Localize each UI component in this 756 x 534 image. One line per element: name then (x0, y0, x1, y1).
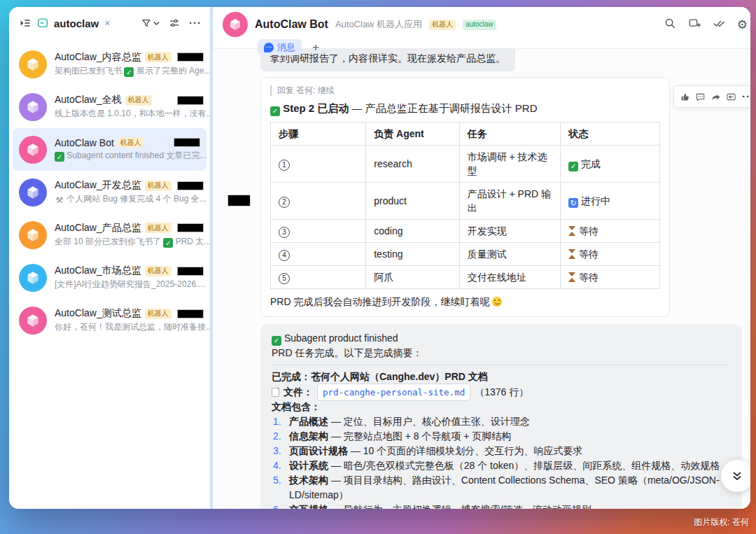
chat-avatar-cube-icon (223, 12, 248, 37)
message-bubble-icon (264, 43, 274, 52)
tab-messages[interactable]: 消息 (258, 39, 302, 55)
forward-button[interactable] (708, 89, 723, 104)
list-item: 3.页面设计规格 — 10 个页面的详细模块划分、交互行为、响应式要求 (272, 444, 731, 458)
cube-avatar (19, 178, 47, 206)
chat-name: AutoClaw_开发总监 (55, 179, 141, 192)
redacted-timestamp (174, 138, 200, 147)
chat-preview: 架构图已发到飞书 展示了完整的 Age... (55, 66, 211, 76)
bot-tag: 机器人 (118, 137, 144, 148)
hourglass-icon (568, 249, 576, 259)
chat-list-item-product-director[interactable]: AutoClaw_产品总监机器人 全部 10 部分已发到你飞书了 PRD 太..… (9, 213, 210, 256)
chat-name: AutoClaw_产品总监 (55, 222, 141, 234)
chat-preview: 你好，苍何！我是测试总监，随时准备接... (55, 322, 213, 332)
hourglass-icon (568, 226, 576, 236)
file-link[interactable]: prd-canghe-personal-site.md (317, 384, 470, 401)
status-cell: 完成 (561, 146, 660, 183)
more-actions-button[interactable]: ·· (738, 89, 750, 104)
chat-header: AutoClaw Bot AutoClaw 机器人应用 机器人 autoclaw… (213, 7, 750, 49)
check-icon (270, 106, 280, 116)
search-icon[interactable] (664, 17, 676, 32)
scroll-to-bottom-button[interactable] (721, 460, 750, 492)
table-row: 4 testing 质量测试 等待 (271, 243, 660, 266)
chat-subtitle: AutoClaw 机器人应用 (335, 18, 422, 31)
summary-intro: PRD 任务完成。以下是完成摘要： (272, 346, 731, 360)
redacted-timestamp (177, 267, 204, 276)
open-in-window-icon[interactable] (688, 17, 701, 32)
clear-filter-button[interactable]: × (104, 17, 110, 29)
gear-icon[interactable]: ⚙ (737, 19, 748, 31)
document-contents-list: 1.产品概述 — 定位、目标用户、核心价值主张、设计理念 2.信息架构 — 完整… (272, 414, 731, 509)
task-cell: 市场调研 + 技术选型 (459, 146, 561, 183)
check-icon (55, 152, 64, 160)
step-title: Step 2 已启动 — 产品总监正在基于调研报告设计 PRD (270, 101, 660, 116)
chat-list: AutoClaw_内容总监机器人 架构图已发到飞书 展示了完整的 Age... … (9, 39, 210, 342)
display-settings-button[interactable] (169, 17, 180, 29)
chat-list-item-dev-director[interactable]: AutoClaw_开发总监机器人 个人网站 Bug 修复完成 4 个 Bug 全… (9, 171, 210, 213)
cube-avatar (19, 50, 47, 78)
cube-avatar (19, 136, 47, 164)
status-cell: 等待 (561, 243, 660, 266)
step-number: 3 (279, 227, 290, 238)
in-progress-icon (568, 198, 578, 208)
reply-quote[interactable]: 回复 苍何: 继续 (270, 85, 660, 96)
more-options-button[interactable]: ··· (189, 20, 202, 27)
message-list[interactable]: 拿到调研报告了，内容很详实。现在派发给产品总监。 回复 苍何: 继续 Step … (213, 49, 750, 509)
subagent-finished-line: Subagent product finished (272, 331, 731, 346)
file-meta: （1376 行） (475, 385, 528, 400)
sidebar: autoclaw × ··· AutoClaw_内容总监机器人 (9, 7, 210, 509)
chat-name: AutoClaw_市场总监 (55, 265, 141, 277)
app-window: autoclaw × ··· AutoClaw_内容总监机器人 (9, 7, 750, 509)
document-icon (272, 388, 279, 397)
redacted-timestamp (177, 52, 204, 62)
table-row: 1 research 市场调研 + 技术选型 完成 (271, 146, 660, 183)
wrench-icon (55, 195, 64, 204)
chat-list-item-fullstack[interactable]: AutoClaw_全栈机器人 线上版本也是 1.0.10，和本地一样，没有... (9, 85, 210, 128)
chat-title: AutoClaw Bot (255, 18, 328, 31)
chat-preview: 线上版本也是 1.0.10，和本地一样，没有... (55, 108, 214, 118)
file-line: 文件： prd-canghe-personal-site.md （1376 行） (272, 384, 731, 400)
agent-cell: product (366, 183, 459, 220)
chat-preview: [文件]AI行业趋势研究报告_2025-2026.... (55, 279, 205, 289)
chat-preview: Subagent content finished 文章已完... (55, 150, 206, 160)
status-cell: 进行中 (561, 183, 660, 220)
redacted-timestamp (177, 181, 204, 190)
task-cell: 质量测试 (459, 243, 561, 266)
done-title: 已完成：苍何个人网站（Canghe.dev）PRD 文档 (272, 370, 731, 384)
table-row: 3 coding 开发实现 等待 (271, 220, 660, 243)
step-number: 1 (279, 160, 290, 171)
bot-tag: 机器人 (145, 181, 172, 191)
col-header-task: 任务 (459, 122, 561, 146)
file-label: 文件： (284, 385, 313, 400)
col-header-agent: 负责 Agent (366, 122, 459, 146)
chat-list-item-market-director[interactable]: AutoClaw_市场总监机器人 [文件]AI行业趋势研究报告_2025-202… (9, 256, 210, 299)
check-icon (568, 162, 578, 171)
col-header-step: 步骤 (271, 122, 366, 146)
agent-cell: research (366, 146, 459, 183)
step-number: 2 (279, 197, 290, 208)
thumbs-up-button[interactable] (677, 89, 692, 104)
filter-button[interactable] (141, 17, 160, 29)
double-check-icon[interactable] (713, 17, 725, 32)
summary-card-message: Subagent product finished PRD 任务完成。以下是完成… (260, 324, 742, 509)
table-row: 5 阿爪 交付在线地址 等待 (271, 266, 660, 289)
status-card-message: 回复 苍何: 继续 Step 2 已启动 — 产品总监正在基于调研报告设计 PR… (260, 77, 670, 317)
list-item: 5.技术架构 — 项目目录结构、路由设计、Content Collections… (272, 473, 731, 503)
check-icon (124, 67, 134, 76)
chat-preview: 全部 10 部分已发到你飞书了 PRD 太... (55, 237, 211, 246)
step-number: 4 (279, 250, 290, 261)
quote-reply-button[interactable] (723, 89, 738, 104)
chat-list-item-content-director[interactable]: AutoClaw_内容总监机器人 架构图已发到飞书 展示了完整的 Age... (9, 43, 210, 85)
cube-avatar (19, 264, 47, 292)
chat-filter-icon (36, 17, 49, 29)
collapse-panel-icon[interactable] (19, 17, 31, 29)
agent-cell: testing (366, 243, 459, 266)
add-tab-button[interactable]: + (312, 41, 319, 53)
bot-tag: 机器人 (145, 52, 172, 62)
comment-button[interactable] (692, 89, 708, 104)
chat-list-item-test-director[interactable]: AutoClaw_测试总监机器人 你好，苍何！我是测试总监，随时准备接... (9, 299, 210, 342)
search-filter-title: autoclaw (54, 17, 99, 29)
chat-list-item-autoclaw-bot-selected[interactable]: AutoClaw Bot机器人 Subagent content finishe… (13, 128, 206, 171)
status-cell: 等待 (561, 266, 660, 289)
redacted-timestamp (177, 96, 204, 105)
check-icon (272, 336, 281, 346)
